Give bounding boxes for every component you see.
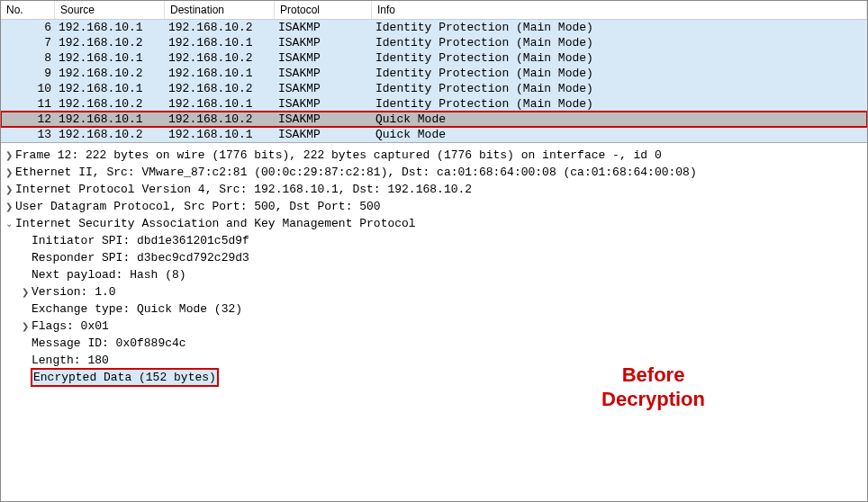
col-header-source[interactable]: Source [55,1,165,19]
cell-protocol: ISAKMP [275,51,372,65]
annotation-line2: Decryption [601,388,705,411]
detail-flags[interactable]: ❯ Flags: 0x01 [1,318,867,335]
col-header-protocol[interactable]: Protocol [275,1,372,19]
cell-source: 192.168.10.1 [55,51,165,65]
annotation-label: Before Decryption [601,363,705,411]
cell-dest: 192.168.10.1 [165,67,275,80]
cell-source: 192.168.10.1 [55,82,165,95]
annotation-line1: Before [601,363,705,387]
cell-protocol: ISAKMP [275,112,372,126]
packet-row[interactable]: 10192.168.10.1192.168.10.2ISAKMPIdentity… [1,81,867,96]
chevron-right-icon[interactable]: ❯ [19,318,32,335]
col-header-dest[interactable]: Destination [165,1,275,19]
cell-info: Quick Mode [372,112,867,126]
cell-dest: 192.168.10.1 [165,36,275,49]
chevron-right-icon[interactable]: ❯ [3,181,15,198]
cell-no: 6 [1,21,55,34]
detail-text: Frame 12: 222 bytes on wire (1776 bits),… [15,147,662,164]
cell-source: 192.168.10.2 [55,97,165,111]
cell-source: 192.168.10.2 [55,36,165,49]
cell-protocol: ISAKMP [275,128,372,141]
chevron-right-icon[interactable]: ❯ [19,283,32,300]
cell-info: Identity Protection (Main Mode) [372,36,867,49]
cell-dest: 192.168.10.2 [165,82,275,95]
cell-no: 11 [1,97,55,111]
cell-source: 192.168.10.2 [55,128,165,141]
packet-row[interactable]: 13192.168.10.2192.168.10.1ISAKMPQuick Mo… [1,127,867,142]
detail-text: Flags: 0x01 [32,318,109,335]
detail-msg-id[interactable]: Message ID: 0x0f889c4c [1,335,867,352]
cell-dest: 192.168.10.1 [165,97,275,111]
cell-no: 7 [1,36,55,49]
cell-source: 192.168.10.1 [55,112,165,126]
detail-udp[interactable]: ❯ User Datagram Protocol, Src Port: 500,… [1,198,867,215]
detail-version[interactable]: ❯ Version: 1.0 [1,283,867,300]
cell-source: 192.168.10.2 [55,67,165,80]
detail-text: Next payload: Hash (8) [32,266,186,283]
detail-text: Responder SPI: d3bec9cd792c29d3 [32,249,249,266]
detail-text: Length: 180 [32,352,109,369]
chevron-right-icon[interactable]: ❯ [3,147,15,164]
detail-text: Initiator SPI: dbd1e361201c5d9f [32,232,249,249]
detail-text: User Datagram Protocol, Src Port: 500, D… [15,198,381,215]
detail-resp-spi[interactable]: Responder SPI: d3bec9cd792c29d3 [1,249,867,266]
cell-protocol: ISAKMP [275,97,372,111]
chevron-right-icon[interactable]: ❯ [3,198,15,215]
packet-row[interactable]: 11192.168.10.2192.168.10.1ISAKMPIdentity… [1,96,867,112]
detail-text: Internet Security Association and Key Ma… [15,215,416,232]
cell-no: 13 [1,128,55,141]
packet-row[interactable]: 8192.168.10.1192.168.10.2ISAKMPIdentity … [1,50,867,66]
cell-source: 192.168.10.1 [55,21,165,34]
chevron-right-icon[interactable]: ❯ [3,164,15,181]
cell-protocol: ISAKMP [275,21,372,34]
cell-info: Identity Protection (Main Mode) [372,82,867,95]
cell-dest: 192.168.10.2 [165,21,275,34]
packet-list: No. Source Destination Protocol Info 619… [1,1,867,143]
cell-protocol: ISAKMP [275,36,372,49]
cell-no: 10 [1,82,55,95]
detail-text: Exchange type: Quick Mode (32) [32,300,242,318]
packet-row[interactable]: 12192.168.10.1192.168.10.2ISAKMPQuick Mo… [1,112,867,127]
detail-isakmp[interactable]: ⌄ Internet Security Association and Key … [1,215,867,232]
cell-no: 8 [1,51,55,65]
detail-init-spi[interactable]: Initiator SPI: dbd1e361201c5d9f [1,232,867,249]
cell-info: Identity Protection (Main Mode) [372,67,867,80]
cell-dest: 192.168.10.1 [165,128,275,141]
cell-protocol: ISAKMP [275,82,372,95]
col-header-no[interactable]: No. [1,1,55,19]
cell-dest: 192.168.10.2 [165,112,275,126]
detail-text: Encrypted Data (152 bytes) [32,369,218,386]
cell-info: Identity Protection (Main Mode) [372,97,867,111]
packet-row[interactable]: 9192.168.10.2192.168.10.1ISAKMPIdentity … [1,66,867,81]
detail-text: Ethernet II, Src: VMware_87:c2:81 (00:0c… [15,164,697,181]
cell-info: Quick Mode [372,128,867,141]
col-header-info[interactable]: Info [372,1,867,19]
cell-info: Identity Protection (Main Mode) [372,21,867,34]
detail-frame[interactable]: ❯ Frame 12: 222 bytes on wire (1776 bits… [1,147,867,164]
packet-list-header: No. Source Destination Protocol Info [1,1,867,20]
detail-text: Internet Protocol Version 4, Src: 192.16… [15,181,472,198]
detail-length[interactable]: Length: 180 [1,352,867,369]
cell-no: 12 [1,112,55,126]
packet-row[interactable]: 6192.168.10.1192.168.10.2ISAKMPIdentity … [1,20,867,35]
detail-eth[interactable]: ❯ Ethernet II, Src: VMware_87:c2:81 (00:… [1,164,867,181]
detail-text: Message ID: 0x0f889c4c [32,335,186,352]
cell-info: Identity Protection (Main Mode) [372,51,867,65]
detail-ip[interactable]: ❯ Internet Protocol Version 4, Src: 192.… [1,181,867,198]
packet-details: ❯ Frame 12: 222 bytes on wire (1776 bits… [1,143,867,501]
detail-next-payload[interactable]: Next payload: Hash (8) [1,266,867,283]
detail-exchange[interactable]: Exchange type: Quick Mode (32) [1,300,867,318]
detail-text: Version: 1.0 [32,283,116,300]
cell-no: 9 [1,67,55,80]
cell-protocol: ISAKMP [275,67,372,80]
chevron-down-icon[interactable]: ⌄ [3,215,15,232]
cell-dest: 192.168.10.2 [165,51,275,65]
detail-encrypted[interactable]: Encrypted Data (152 bytes) [1,369,867,386]
packet-row[interactable]: 7192.168.10.2192.168.10.1ISAKMPIdentity … [1,35,867,50]
